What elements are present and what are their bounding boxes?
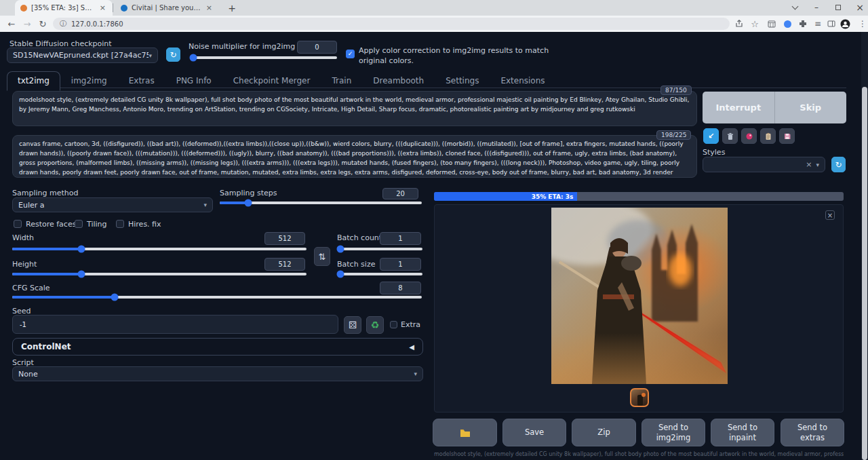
batch-count-slider[interactable] (337, 248, 422, 250)
styles-label: Styles (703, 148, 725, 157)
forward-button[interactable]: → (20, 16, 35, 31)
batch-size-slider[interactable] (337, 273, 422, 275)
extension-blue-circle-icon[interactable] (781, 17, 794, 31)
sidebar-icon[interactable] (825, 17, 838, 31)
interrupt-button[interactable]: Interrupt (703, 92, 774, 123)
cfg-scale-value[interactable]: 8 (380, 282, 421, 294)
tab-close-icon[interactable]: × (98, 3, 107, 12)
chevron-down-icon: ▾ (816, 161, 819, 168)
extensions-puzzle-icon[interactable] (796, 17, 810, 31)
window-maximize-button[interactable] (829, 0, 848, 15)
generated-image-preview[interactable] (551, 208, 728, 384)
extension-grid-icon[interactable] (765, 17, 778, 31)
height-label: Height (12, 260, 37, 269)
share-icon[interactable] (732, 17, 746, 31)
tab-png-info[interactable]: PNG Info (165, 71, 222, 91)
cfg-scale-slider[interactable] (12, 296, 422, 299)
window-chevron-icon[interactable] (785, 0, 804, 15)
batch-count-value[interactable]: 1 (380, 232, 421, 245)
menu-kebab-icon[interactable]: ⋮ (856, 17, 868, 31)
back-button[interactable]: ← (4, 16, 19, 31)
bookmark-star-icon[interactable]: ☆ (748, 17, 762, 31)
random-seed-dice-button[interactable]: ⚄ (344, 316, 361, 334)
paste-generation-params-button[interactable]: ↙ (703, 128, 719, 144)
close-preview-icon[interactable]: × (825, 210, 835, 220)
controlnet-accordion[interactable]: ControlNet ◀ (12, 338, 423, 356)
window-minimize-button[interactable]: – (807, 0, 826, 15)
checkpoint-refresh-button[interactable]: ↻ (166, 47, 180, 62)
swap-width-height-button[interactable]: ⇅ (314, 247, 330, 266)
reading-list-icon[interactable]: ≡ (811, 17, 825, 31)
tiling-checkbox[interactable] (75, 220, 83, 228)
batch-size-value[interactable]: 1 (380, 258, 421, 271)
browser-tab-title: Civitai | Share your models (132, 4, 201, 12)
tab-img2img[interactable]: img2img (60, 71, 118, 91)
sampling-steps-slider[interactable] (220, 202, 422, 204)
tab-dreambooth[interactable]: Dreambooth (362, 71, 435, 91)
skip-button[interactable]: Skip (775, 92, 847, 123)
address-bar[interactable]: ⓘ 127.0.0.1:7860 (53, 18, 730, 30)
seed-extra-checkbox[interactable] (390, 321, 397, 328)
script-value: None (18, 370, 38, 379)
height-value[interactable]: 512 (264, 258, 305, 271)
gallery-thumbnail[interactable] (630, 388, 649, 407)
output-gallery: × (434, 204, 844, 413)
tab-txt2img[interactable]: txt2img (7, 71, 60, 91)
thumbnail-glow (642, 393, 646, 397)
chevron-down-icon: ▾ (203, 202, 207, 208)
script-dropdown[interactable]: None ▾ (12, 366, 423, 381)
tab-checkpoint-merger[interactable]: Checkpoint Merger (222, 71, 321, 91)
window-close-button[interactable]: × (850, 0, 868, 15)
open-folder-button[interactable] (433, 419, 497, 446)
styles-dropdown[interactable]: × ▾ (703, 157, 825, 172)
checkpoint-value: SD15NewVAEpruned.ckpt [27a4ac756c] (13, 51, 149, 60)
chevron-down-icon: ▾ (414, 370, 417, 377)
seed-extra-label: Extra (401, 320, 420, 329)
prompt-textarea[interactable]: modelshoot style, (extremely detailed CG… (12, 91, 697, 126)
reload-button[interactable]: ↻ (35, 16, 50, 31)
seed-input[interactable] (12, 315, 338, 334)
tab-extensions[interactable]: Extensions (490, 71, 555, 91)
height-slider[interactable] (12, 273, 307, 275)
color-correction-label: Apply color correction to img2img result… (359, 46, 570, 66)
tab-settings[interactable]: Settings (435, 71, 490, 91)
sampling-method-label: Sampling method (12, 189, 78, 197)
checkpoint-dropdown[interactable]: SD15NewVAEpruned.ckpt [27a4ac756c] ▾ (7, 47, 158, 63)
send-to-img2img-button[interactable]: Send to img2img (642, 419, 705, 446)
tab-train[interactable]: Train (321, 71, 362, 91)
width-value[interactable]: 512 (264, 232, 305, 245)
tab-close-icon[interactable]: × (205, 3, 214, 12)
clear-styles-icon[interactable]: × (806, 160, 812, 169)
apply-style-button[interactable] (760, 128, 776, 144)
restore-faces-checkbox[interactable] (14, 220, 22, 228)
styles-refresh-button[interactable]: ↻ (831, 157, 846, 172)
hires-fix-checkbox[interactable] (116, 220, 124, 228)
scrollbar-thumb[interactable] (862, 87, 867, 460)
progress-bar-fill: 35% ETA: 3s (434, 192, 577, 201)
color-correction-checkbox[interactable]: ✓ (346, 50, 355, 58)
site-info-icon[interactable]: ⓘ (60, 19, 66, 28)
sampling-steps-value[interactable]: 20 (382, 188, 418, 199)
clear-prompt-trash-button[interactable] (722, 128, 738, 144)
reuse-seed-recycle-button[interactable]: ♻ (366, 316, 384, 334)
noise-multiplier-slider[interactable] (191, 56, 337, 59)
profile-avatar[interactable] (838, 17, 852, 31)
scrollbar-track[interactable] (861, 32, 868, 460)
noise-multiplier-value[interactable]: 0 (297, 41, 337, 54)
noise-multiplier-label: Noise multiplier for img2img (189, 42, 295, 51)
send-to-extras-button[interactable]: Send to extras (781, 419, 844, 446)
style-palette-button[interactable] (741, 128, 757, 144)
tab-extras[interactable]: Extras (118, 71, 165, 91)
send-to-inpaint-button[interactable]: Send to inpaint (711, 419, 774, 446)
sampling-method-dropdown[interactable]: Euler a ▾ (12, 197, 213, 212)
negative-prompt-textarea[interactable]: canvas frame, cartoon, 3d, ((disfigured)… (12, 135, 697, 178)
generation-info-text: modelshoot style, (extremely detailed CG… (434, 451, 844, 459)
save-style-button[interactable] (779, 128, 795, 144)
width-slider[interactable] (12, 248, 307, 250)
zip-button[interactable]: Zip (572, 419, 636, 446)
new-tab-button[interactable]: + (224, 0, 240, 16)
floppy-disk-icon (783, 132, 791, 140)
browser-tab-civitai[interactable]: Civitai | Share your models × (115, 0, 219, 16)
browser-tab-active[interactable]: [35% ETA: 3s] Stable Diffusion × (15, 0, 113, 16)
save-button[interactable]: Save (502, 419, 566, 446)
